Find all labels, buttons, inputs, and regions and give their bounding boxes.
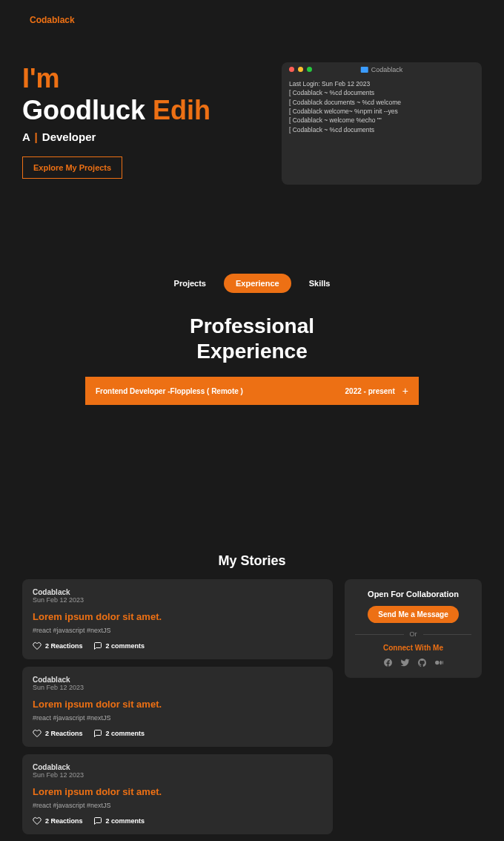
terminal-body: Last Login: Sun Feb 12 2023 [ Codablack … bbox=[282, 76, 482, 137]
story-meta: 2 Reactions 2 comments bbox=[33, 729, 322, 738]
story-meta: 2 Reactions 2 comments bbox=[33, 817, 322, 825]
tab-experience[interactable]: Experience bbox=[224, 274, 291, 293]
story-title: Lorem ipsum dolor sit amet. bbox=[33, 699, 322, 710]
reactions-text: 2 Reactions bbox=[45, 817, 83, 825]
story-tags: #react #javascript #nextJS bbox=[33, 802, 322, 809]
tabs: Projects Experience Skills bbox=[162, 274, 342, 293]
comments[interactable]: 2 comments bbox=[93, 817, 145, 825]
plus-icon: + bbox=[402, 385, 408, 397]
collaboration-card: Open For Collaboration Send Me a Message… bbox=[345, 579, 482, 678]
close-dot[interactable] bbox=[289, 67, 294, 72]
folder-icon bbox=[361, 67, 368, 73]
medium-icon[interactable] bbox=[434, 658, 444, 667]
story-date: Sun Feb 12 2023 bbox=[33, 684, 322, 691]
section-heading: Professional Experience bbox=[0, 314, 504, 363]
subtitle-bar: | bbox=[34, 131, 37, 143]
maximize-dot[interactable] bbox=[307, 67, 312, 72]
or-text: Or bbox=[410, 630, 417, 638]
svg-point-1 bbox=[440, 661, 442, 664]
subtitle-a: A bbox=[22, 131, 30, 143]
comments[interactable]: 2 comments bbox=[93, 729, 145, 738]
story-tags: #react #javascript #nextJS bbox=[33, 627, 322, 634]
terminal-line: [ Codablack ~ %cd documents bbox=[289, 125, 474, 134]
reactions[interactable]: 2 Reactions bbox=[33, 817, 83, 825]
github-icon[interactable] bbox=[417, 658, 427, 667]
reactions[interactable]: 2 Reactions bbox=[33, 729, 83, 738]
heart-icon bbox=[33, 642, 42, 650]
twitter-icon[interactable] bbox=[400, 658, 410, 667]
comment-icon bbox=[93, 642, 102, 650]
stories-list: Codablack Sun Feb 12 2023 Lorem ipsum do… bbox=[22, 579, 333, 834]
story-title: Lorem ipsum dolor sit amet. bbox=[33, 611, 322, 622]
experience-period: 2022 - present bbox=[345, 387, 395, 395]
heart-icon bbox=[33, 729, 42, 738]
reactions-text: 2 Reactions bbox=[45, 730, 83, 737]
minimize-dot[interactable] bbox=[298, 67, 303, 72]
story-card[interactable]: Codablack Sun Feb 12 2023 Lorem ipsum do… bbox=[22, 667, 333, 747]
terminal-line: [ Codablack ~ welcome %echo "" bbox=[289, 116, 474, 125]
story-author: Codablack bbox=[33, 763, 322, 771]
connect-text: Connect With Me bbox=[355, 644, 471, 652]
terminal-window: Codablack Last Login: Sun Feb 12 2023 [ … bbox=[282, 62, 482, 185]
tab-skills[interactable]: Skills bbox=[297, 274, 342, 293]
story-card[interactable]: Codablack Sun Feb 12 2023 Lorem ipsum do… bbox=[22, 754, 333, 834]
hero-lastname: Edih bbox=[153, 95, 210, 125]
hero-line1: I'm bbox=[22, 63, 60, 93]
reactions-text: 2 Reactions bbox=[45, 642, 83, 650]
divider-or: Or bbox=[355, 630, 471, 638]
stories-heading: My Stories bbox=[22, 553, 482, 569]
story-card[interactable]: Codablack Sun Feb 12 2023 Lorem ipsum do… bbox=[22, 579, 333, 659]
experience-right: 2022 - present + bbox=[345, 385, 408, 397]
reactions[interactable]: 2 Reactions bbox=[33, 642, 83, 650]
terminal-line: [ Codablack ~ %cd documents bbox=[289, 88, 474, 97]
story-author: Codablack bbox=[33, 588, 322, 596]
story-meta: 2 Reactions 2 comments bbox=[33, 642, 322, 650]
terminal-title: Codablack bbox=[361, 66, 403, 73]
terminal-line: [ Codablack documents ~ %cd welcome bbox=[289, 98, 474, 107]
comments-text: 2 comments bbox=[106, 642, 145, 650]
heart-icon bbox=[33, 817, 42, 825]
section-heading-line2: Experience bbox=[196, 340, 307, 363]
story-title: Lorem ipsum dolor sit amet. bbox=[33, 786, 322, 797]
facebook-icon[interactable] bbox=[383, 658, 393, 667]
terminal-title-text: Codablack bbox=[371, 66, 403, 73]
comments[interactable]: 2 comments bbox=[93, 642, 145, 650]
explore-projects-button[interactable]: Explore My Projects bbox=[22, 156, 122, 179]
window-controls bbox=[289, 67, 312, 72]
story-author: Codablack bbox=[33, 676, 322, 684]
tab-projects[interactable]: Projects bbox=[162, 274, 218, 293]
brand-logo[interactable]: Codablack bbox=[30, 15, 474, 25]
collab-title: Open For Collaboration bbox=[355, 590, 471, 598]
svg-point-2 bbox=[442, 661, 442, 664]
terminal-line: [ Codablack welcome~ %npm init --yes bbox=[289, 107, 474, 116]
hero-firstname: Goodluck bbox=[22, 95, 145, 125]
story-date: Sun Feb 12 2023 bbox=[33, 771, 322, 779]
story-date: Sun Feb 12 2023 bbox=[33, 596, 322, 604]
send-message-button[interactable]: Send Me a Message bbox=[368, 606, 458, 623]
hero-heading: I'm Goodluck Edih bbox=[22, 62, 267, 126]
hero-subtitle: A | Developer bbox=[22, 131, 267, 143]
terminal-line: Last Login: Sun Feb 12 2023 bbox=[289, 79, 474, 88]
experience-item[interactable]: Frontend Developer -Floppless ( Remote )… bbox=[85, 377, 419, 405]
social-links bbox=[355, 658, 471, 667]
experience-title: Frontend Developer -Floppless ( Remote ) bbox=[96, 387, 243, 395]
svg-point-0 bbox=[435, 661, 439, 664]
story-tags: #react #javascript #nextJS bbox=[33, 714, 322, 722]
section-heading-line1: Professional bbox=[190, 314, 314, 337]
comment-icon bbox=[93, 817, 102, 825]
subtitle-b: Developer bbox=[42, 131, 96, 143]
terminal-titlebar: Codablack bbox=[282, 62, 482, 76]
comment-icon bbox=[93, 729, 102, 738]
comments-text: 2 comments bbox=[106, 730, 145, 737]
comments-text: 2 comments bbox=[106, 817, 145, 825]
